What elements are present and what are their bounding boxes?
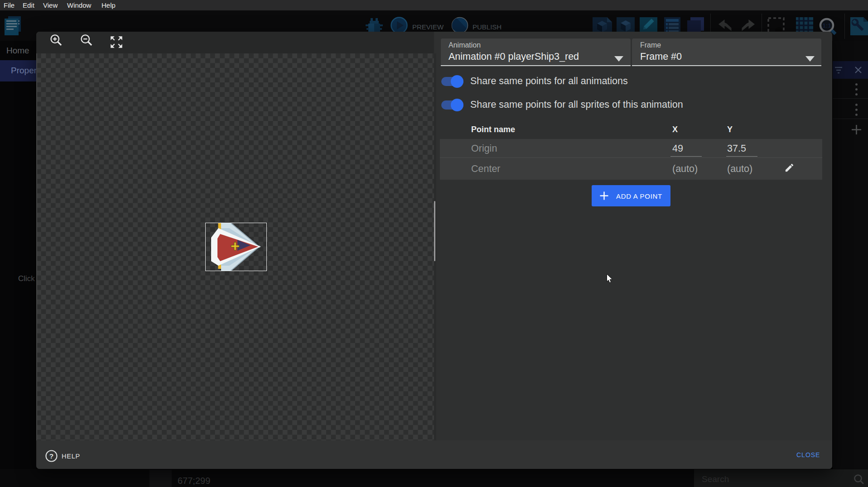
svg-text:?: ? — [49, 452, 53, 460]
